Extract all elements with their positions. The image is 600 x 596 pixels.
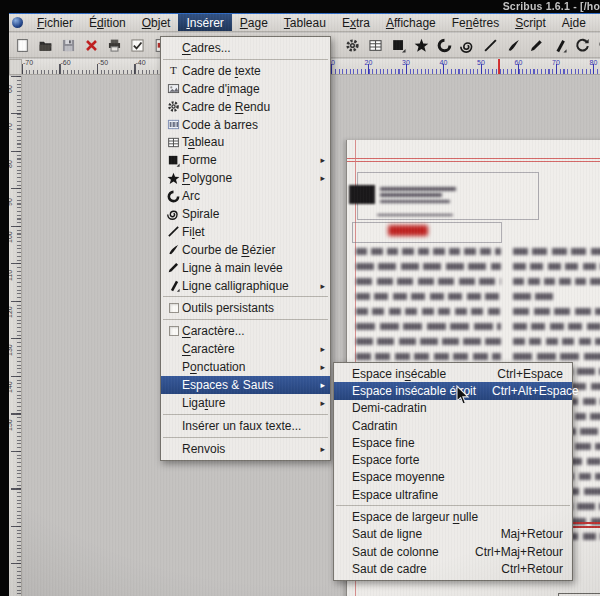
menu-item-cadre-de-rendu[interactable]: Cadre de Rendu [161, 98, 330, 116]
menu-item-espace-ultrafine[interactable]: Espace ultrafine [334, 486, 572, 503]
red-guide-line [570, 522, 600, 524]
masthead-title-line [380, 187, 456, 191]
menubar-item-affichage[interactable]: Affichage [378, 14, 444, 31]
menu-item-caractere[interactable]: Caractère... [161, 322, 330, 340]
print-button[interactable] [105, 35, 124, 55]
arc-button[interactable] [435, 35, 454, 55]
menu-item-tableau[interactable]: Tableau [161, 133, 330, 151]
menu-separator [163, 437, 328, 438]
preflight-button[interactable] [128, 35, 147, 55]
ruler-number: 130 [9, 344, 13, 356]
calligraphy-button[interactable] [550, 35, 569, 55]
open-document-button[interactable] [36, 35, 55, 55]
menu-item-filet[interactable]: Filet [161, 223, 330, 241]
menu-item-saut-de-cadre[interactable]: Saut de cadreCtrl+Retour [334, 560, 572, 577]
ruler-number: -70 [23, 59, 33, 66]
menu-item-outils-persistants[interactable]: Outils persistants [161, 299, 330, 317]
ruler-number: -50 [98, 59, 108, 66]
render-frame-button[interactable] [343, 35, 362, 55]
menu-item-espaces-sauts[interactable]: Espaces & Sauts▸ [161, 376, 330, 394]
menu-item-espace-insecable[interactable]: Espace insécableCtrl+Espace [334, 365, 572, 382]
menubar-item-tableau[interactable]: Tableau [276, 14, 334, 31]
menu-item-courbe-de-bezier[interactable]: Courbe de Bézier [161, 241, 330, 259]
table-button[interactable] [366, 35, 385, 55]
freehand-button[interactable] [527, 35, 546, 55]
toolbar-insert-group: TTI [343, 35, 600, 55]
menu-item-inserer-un-faux-texte[interactable]: Insérer un faux texte... [161, 417, 330, 435]
spiral-icon [165, 207, 182, 220]
menu-item-caractere[interactable]: Caractère▸ [161, 340, 330, 358]
blurred-text-line [356, 278, 501, 285]
menubar-item-fenetres[interactable]: Fenêtres [444, 14, 507, 31]
menubar-item-page[interactable]: Page [232, 14, 276, 31]
blurred-text-line [513, 263, 600, 270]
submenu-arrow-icon: ▸ [316, 155, 325, 165]
menubar-item-edition[interactable]: Édition [81, 14, 134, 31]
ruler-cursor-marker [498, 59, 500, 74]
menu-item-cadre-de-texte[interactable]: TCadre de texte [161, 62, 330, 80]
line-icon [165, 225, 182, 238]
line-button[interactable] [481, 35, 500, 55]
ruler-number: -40 [135, 59, 145, 66]
bezier-icon [165, 243, 182, 256]
freehand-icon [165, 261, 182, 274]
menu-item-arc[interactable]: Arc [161, 187, 330, 205]
blurred-text-line [513, 248, 600, 255]
shape-button[interactable] [389, 35, 408, 55]
menu-item-ligature[interactable]: Ligature▸ [161, 394, 330, 412]
menu-item-cadratin[interactable]: Cadratin [334, 417, 572, 434]
menu-item-label: Caractère [182, 342, 235, 356]
menu-item-code-a-barres[interactable]: Code à barres [161, 116, 330, 134]
menu-item-label: Affichage [386, 16, 436, 30]
menubar-item-aide[interactable]: Aide [554, 14, 594, 31]
menu-item-forme[interactable]: Forme▸ [161, 151, 330, 169]
menubar-item-extra[interactable]: Extra [334, 14, 378, 31]
menubar-item-objet[interactable]: Objet [134, 14, 179, 31]
menu-item-espace-moyenne[interactable]: Espace moyenne [334, 469, 572, 486]
menu-item-label: Spirale [182, 207, 219, 221]
window-title[interactable]: Scribus 1.6.1 - [/ho [0, 0, 600, 13]
zoom-button[interactable] [596, 35, 600, 55]
menu-item-espace-forte[interactable]: Espace forte [334, 451, 572, 468]
menu-item-ponctuation[interactable]: Ponctuation▸ [161, 358, 330, 376]
spiral-button[interactable] [458, 35, 477, 55]
menu-separator [163, 319, 328, 320]
checkbox-unchecked-icon [169, 303, 179, 313]
bezier-button[interactable] [504, 35, 523, 55]
vertical-ruler[interactable]: 60708090100110120130140150 [9, 76, 22, 596]
blurred-text-line [356, 353, 501, 360]
menu-item-cadres[interactable]: Cadres... [161, 39, 330, 57]
ruler-origin-box[interactable] [9, 59, 22, 75]
menu-item-spirale[interactable]: Spirale [161, 205, 330, 223]
rotate-button[interactable] [573, 35, 592, 55]
menu-item-renvois[interactable]: Renvois▸ [161, 440, 330, 458]
menu-item-label: Renvois [182, 442, 225, 456]
menu-item-ligne-a-main-levee[interactable]: Ligne à main levée [161, 259, 330, 277]
menu-item-espace-de-largeur-nulle[interactable]: Espace de largeur nulle [334, 508, 572, 525]
menubar-item-inserer[interactable]: Insérer [178, 14, 231, 31]
menu-item-espace-fine[interactable]: Espace fine [334, 434, 572, 451]
menu-item-demi-cadratin[interactable]: Demi-cadratin [334, 400, 572, 417]
menu-item-label: Tableau [182, 135, 224, 149]
menu-item-shortcut: Ctrl+Maj+Retour [459, 545, 567, 559]
close-button[interactable] [82, 35, 101, 55]
menu-item-saut-de-ligne[interactable]: Saut de ligneMaj+Retour [334, 526, 572, 543]
save-button[interactable] [59, 35, 78, 55]
menu-item-cadre-d-image[interactable]: Cadre d'image [161, 80, 330, 98]
toolbar-file-group [13, 35, 170, 55]
menu-item-espace-insecable-etroit[interactable]: Espace insécable étroitCtrl+Alt+Espace [334, 382, 572, 399]
menu-item-saut-de-colonne[interactable]: Saut de colonneCtrl+Maj+Retour [334, 543, 572, 560]
new-document-button[interactable] [13, 35, 32, 55]
ruler-number: 150 [9, 419, 13, 431]
masthead-title-line [380, 200, 450, 203]
menubar-item-fichier[interactable]: Fichier [29, 14, 81, 31]
menu-item-ligne-calligraphique[interactable]: Ligne calligraphique▸ [161, 277, 330, 295]
menubar-item-script[interactable]: Script [507, 14, 554, 31]
ruler-number: 70 [9, 123, 13, 131]
menu-item-checkbox [165, 303, 182, 313]
menu-item-polygone[interactable]: Polygone▸ [161, 169, 330, 187]
ruler-number: 100 [9, 231, 13, 243]
menu-item-label: Code à barres [182, 118, 258, 132]
polygon-button[interactable] [412, 35, 431, 55]
menu-item-shortcut: Ctrl+Alt+Espace [476, 384, 583, 398]
